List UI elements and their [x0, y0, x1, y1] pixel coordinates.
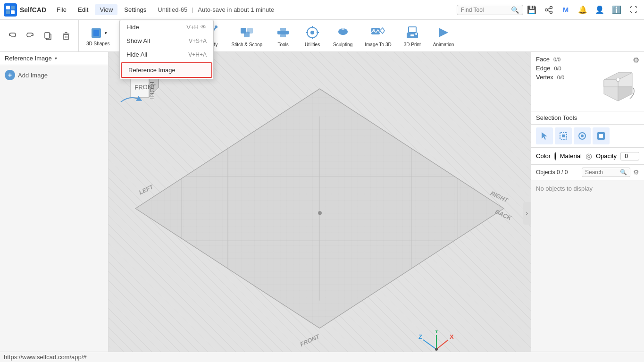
left-panel-content: + Add Image	[0, 65, 108, 362]
add-image-button[interactable]: + Add Image	[5, 70, 103, 80]
vertex-label: Vertex	[536, 74, 553, 81]
collapse-arrow[interactable]: ›	[523, 202, 531, 225]
notifications-icon[interactable]: 🔔	[576, 3, 589, 17]
find-tool-box[interactable]: 🔍	[457, 5, 523, 15]
3d-print-tool[interactable]: 3D Print	[398, 22, 427, 49]
sculpting-label: Sculpting	[333, 42, 352, 47]
svg-rect-11	[64, 34, 68, 40]
viewport-canvas[interactable]: FRONT RIGHT LEFT BACK	[109, 52, 531, 362]
redo-button[interactable]	[22, 27, 39, 45]
no-objects-message: No objects to display	[531, 180, 644, 197]
ref-image-label: Reference Image	[5, 55, 52, 62]
svg-line-92	[423, 340, 436, 349]
select-box-button[interactable]	[555, 127, 572, 144]
image-to-3d-tool[interactable]: Image To 3D	[359, 22, 397, 49]
search-icon: 🔍	[511, 6, 519, 14]
opacity-text-label: Opacity	[596, 152, 617, 160]
no-objects-text: No objects to display	[536, 185, 593, 192]
info-icon[interactable]: ℹ️	[610, 3, 623, 17]
svg-point-52	[415, 33, 417, 35]
user-icon[interactable]: 👤	[593, 3, 606, 17]
view-dropdown: Hide V+H 👁 Show All V+S+A Hide All V+H+A…	[119, 20, 214, 79]
opacity-input[interactable]	[620, 152, 639, 160]
tools-label: Tools	[277, 42, 288, 47]
svg-point-40	[310, 31, 314, 34]
edge-value: 0/0	[554, 66, 561, 71]
svg-text:X: X	[450, 333, 454, 340]
undo-button[interactable]	[4, 27, 21, 45]
image-to-3d-label: Image To 3D	[365, 42, 392, 47]
select-cursor-button[interactable]	[536, 127, 553, 144]
material-icon[interactable]: ◎	[585, 152, 592, 160]
view-menu[interactable]: View	[95, 4, 117, 15]
logo-icon	[4, 3, 17, 17]
find-tool-input[interactable]	[461, 7, 508, 13]
fullscreen-icon[interactable]: ⛶	[627, 3, 640, 17]
search-icon: 🔍	[620, 169, 627, 176]
animation-tool[interactable]: Animation	[427, 22, 460, 49]
utilities-label: Utilities	[305, 42, 320, 47]
color-text-label: Color	[536, 152, 551, 160]
svg-rect-10	[45, 33, 50, 38]
svg-text:RIGHT: RIGHT	[149, 82, 156, 101]
objects-search-input[interactable]	[585, 169, 618, 176]
edge-label: Edge	[536, 65, 550, 72]
svg-line-8	[547, 10, 550, 12]
svg-rect-51	[410, 34, 414, 36]
select-invert-button[interactable]	[593, 127, 610, 144]
svg-marker-99	[604, 80, 618, 87]
share-icon[interactable]	[542, 3, 555, 17]
svg-point-94	[435, 348, 438, 351]
top-icons: 💾 M 🔔 👤 ℹ️ ⛶	[525, 3, 640, 17]
svg-text:FRONT: FRONT	[299, 333, 321, 348]
search-box[interactable]: 🔍	[582, 168, 630, 177]
objects-header: Objects 0 / 0 🔍 ⚙	[531, 165, 644, 180]
tools-tool[interactable]: Tools	[269, 22, 297, 49]
edit-menu[interactable]: Edit	[73, 4, 93, 15]
color-material-row: Color Material ◎ Opacity	[531, 148, 644, 165]
dropdown-item-reference-image[interactable]: Reference Image	[121, 62, 212, 78]
utilities-tool[interactable]: Utilities	[298, 22, 326, 49]
dropdown-item-hide[interactable]: Hide V+H 👁	[120, 20, 213, 34]
svg-point-46	[342, 27, 344, 30]
3d-shapes-tool[interactable]: ▾ 3D Shapes	[83, 25, 113, 47]
copy-button[interactable]	[40, 27, 57, 45]
svg-text:BACK: BACK	[494, 209, 513, 222]
viewport: FRONT RIGHT LEFT BACK	[109, 52, 531, 362]
svg-rect-102	[562, 135, 565, 137]
svg-point-4	[550, 6, 552, 8]
m-icon[interactable]: M	[559, 3, 572, 17]
svg-text:Y: Y	[435, 330, 439, 335]
status-bar: https://www.selfcad.com/app/#	[0, 352, 644, 362]
face-value: 0/0	[553, 57, 560, 62]
objects-gear-icon[interactable]: ⚙	[633, 168, 639, 176]
menu-bar: SelfCAD File Edit View Settings Untitled…	[0, 0, 644, 20]
add-image-label: Add Image	[18, 72, 48, 79]
file-menu[interactable]: File	[52, 4, 71, 15]
dropdown-item-hide-all[interactable]: Hide All V+H+A	[120, 48, 213, 61]
vertex-value: 0/0	[557, 75, 564, 80]
svg-line-88	[436, 340, 448, 349]
right-panel-gizmo[interactable]	[597, 67, 639, 109]
select-paint-button[interactable]	[574, 127, 591, 144]
logo: SelfCAD	[4, 3, 46, 17]
document-title: Untitled-65 | Auto-save in about 1 minut…	[158, 6, 274, 13]
selection-tools-row	[531, 125, 644, 148]
logo-text: SelfCAD	[20, 6, 46, 14]
dropdown-item-show-all[interactable]: Show All V+S+A	[120, 34, 213, 48]
svg-marker-53	[439, 28, 448, 37]
center-dot	[318, 211, 322, 215]
delete-button[interactable]	[58, 27, 75, 45]
svg-point-6	[550, 11, 552, 13]
settings-menu[interactable]: Settings	[119, 4, 151, 15]
gear-settings-icon[interactable]: ⚙	[633, 56, 639, 65]
animation-label: Animation	[433, 42, 454, 47]
selection-tools-header: Selection Tools	[531, 111, 644, 125]
right-panel: Face 0/0 Edge 0/0 Vertex 0/0 ⚙	[531, 52, 644, 362]
save-icon[interactable]: 💾	[525, 3, 538, 17]
svg-rect-35	[244, 32, 250, 37]
dropdown-arrow-icon[interactable]: ▾	[55, 56, 57, 61]
sculpting-tool[interactable]: Sculpting	[327, 22, 358, 49]
stitch-scoop-tool[interactable]: Stitch & Scoop	[226, 22, 268, 49]
color-picker[interactable]	[554, 152, 556, 160]
